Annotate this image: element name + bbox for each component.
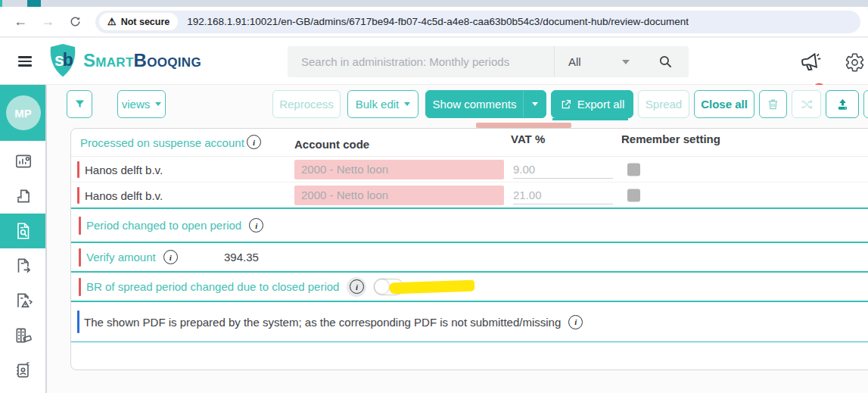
close-all-button[interactable]: Close all: [694, 90, 754, 118]
toolbar-actions: Reprocess Bulk edit Show comments Export…: [272, 90, 868, 118]
toolbar-overflow-button[interactable]: [863, 90, 868, 118]
sidebar-item-document-errors[interactable]: [0, 283, 46, 318]
spread-button[interactable]: Spread: [638, 90, 689, 118]
info-icon[interactable]: [568, 315, 583, 329]
shield-logo-icon: sb: [47, 42, 79, 79]
error-bar: [77, 187, 79, 204]
search-button[interactable]: [642, 46, 689, 77]
browser-tabstrip: [0, 0, 868, 7]
chevron-down-icon: [155, 102, 161, 106]
br-spread-section: BR of spread period changed due to close…: [71, 271, 868, 301]
delete-button[interactable]: [759, 90, 787, 118]
tab-favicon-fragment: [27, 0, 41, 7]
verify-amount-value: 394.35: [224, 251, 259, 264]
filter-button[interactable]: [67, 90, 92, 118]
table-row: Hanos delft b.v. 2000 - Netto loon 21.00: [71, 182, 868, 207]
table-row: Hanos delft b.v. 2000 - Netto loon 9.00: [71, 157, 868, 182]
error-bar: [77, 161, 79, 178]
suspense-title: Processed on suspense account: [80, 136, 244, 149]
reload-icon: [69, 15, 82, 28]
vat-field[interactable]: 9.00: [513, 161, 613, 179]
error-bar: [79, 217, 81, 235]
brand-name: SmartBooqing: [83, 50, 201, 71]
sidebar-item-document-output[interactable]: [0, 248, 46, 283]
search-scope-dropdown[interactable]: All: [555, 55, 642, 68]
reports-icon: [14, 151, 33, 171]
show-comments-caret-button[interactable]: [523, 91, 546, 117]
remember-checkbox[interactable]: [627, 163, 640, 176]
sidebar-item-review-document[interactable]: [0, 214, 46, 248]
views-dropdown-button[interactable]: views: [117, 90, 166, 118]
sidebar-item-contacts-euro[interactable]: €: [0, 353, 46, 388]
show-comments-split-button[interactable]: Show comments: [425, 90, 546, 118]
address-bar[interactable]: ⚠ Not secure 192.168.1.91:10021/en-GB/ad…: [95, 11, 860, 33]
sidebar-item-ledger-payments[interactable]: [0, 318, 46, 353]
verify-amount-section: Verify amount 394.35: [71, 242, 868, 271]
views-label: views: [122, 98, 151, 111]
chevron-down-icon: [622, 60, 630, 64]
megaphone-icon: [798, 48, 826, 76]
avatar[interactable]: MP: [6, 95, 41, 130]
info-icon[interactable]: [350, 279, 364, 294]
back-button[interactable]: ←: [9, 11, 32, 33]
column-remember: Remember setting: [621, 133, 720, 145]
period-changed-label: Period changed to open period: [86, 219, 241, 232]
account-code-field[interactable]: 2000 - Netto loon: [294, 160, 504, 179]
chevron-down-icon: [532, 102, 538, 106]
menu-toggle-button[interactable]: [18, 56, 32, 67]
shuffle-icon: [800, 98, 814, 111]
info-icon[interactable]: [163, 250, 178, 264]
period-changed-section: Period changed to open period: [71, 207, 868, 242]
avatar-block: MP: [0, 85, 46, 141]
window-edge: [0, 0, 2, 7]
active-tab-indicator: [552, 118, 628, 120]
info-icon[interactable]: [247, 135, 261, 149]
review-document-icon: [14, 221, 33, 241]
reprocess-button[interactable]: Reprocess: [272, 90, 341, 118]
sidebar: MP: [0, 85, 47, 393]
search-input[interactable]: [288, 55, 554, 68]
info-icon-background: [347, 277, 366, 297]
toggle-knob: [375, 279, 389, 294]
document-error-icon: [14, 291, 33, 310]
company-name: Hanos delft b.v.: [85, 163, 163, 176]
upload-icon: [835, 97, 850, 111]
brand-logo[interactable]: sb SmartBooqing: [47, 42, 201, 79]
info-bar: [77, 310, 79, 333]
bulk-edit-dropdown-button[interactable]: Bulk edit: [347, 90, 418, 118]
security-chip[interactable]: ⚠ Not secure: [99, 13, 178, 30]
filter-icon: [74, 98, 86, 110]
svg-text:sb: sb: [54, 50, 73, 70]
document-send-icon: [14, 256, 33, 276]
announcements-button[interactable]: [799, 50, 824, 78]
search-scope-value: All: [568, 55, 581, 68]
search-icon: [658, 55, 673, 69]
upload-button[interactable]: [826, 90, 859, 118]
svg-text:€: €: [26, 360, 30, 367]
main-content: views Reprocess Bulk edit Show comments …: [47, 85, 868, 393]
error-bar: [79, 278, 81, 296]
highlight-annotation: [389, 279, 474, 294]
app-window: ← → ⚠ Not secure 192.168.1.91:10021/en-G…: [0, 0, 868, 393]
trash-icon: [767, 98, 779, 111]
export-all-button[interactable]: Export all: [551, 90, 633, 118]
settings-button[interactable]: [845, 52, 865, 76]
reload-button[interactable]: [64, 11, 86, 33]
info-icon[interactable]: [249, 218, 263, 232]
account-code-field[interactable]: 2000 - Netto loon: [294, 186, 504, 205]
remember-checkbox[interactable]: [627, 189, 640, 201]
security-label: Not secure: [121, 17, 170, 27]
pdf-notice-section: The shown PDF is prepared by the system;…: [71, 301, 868, 342]
vat-field[interactable]: 21.00: [513, 186, 613, 204]
review-document-card: Processed on suspense account Account co…: [70, 128, 868, 370]
forward-button[interactable]: →: [36, 11, 59, 33]
suspense-header-row: Processed on suspense account Account co…: [71, 129, 868, 157]
shuffle-button[interactable]: [792, 90, 821, 118]
sidebar-item-reports[interactable]: [0, 144, 46, 179]
company-name: Hanos delft b.v.: [85, 189, 163, 201]
app-header: sb SmartBooqing All 11: [0, 38, 868, 85]
browser-toolbar: ← → ⚠ Not secure 192.168.1.91:10021/en-G…: [0, 7, 868, 36]
sidebar-item-purchase-entry[interactable]: [0, 179, 46, 214]
purchase-entry-icon: [14, 186, 33, 206]
export-icon: [560, 98, 572, 111]
